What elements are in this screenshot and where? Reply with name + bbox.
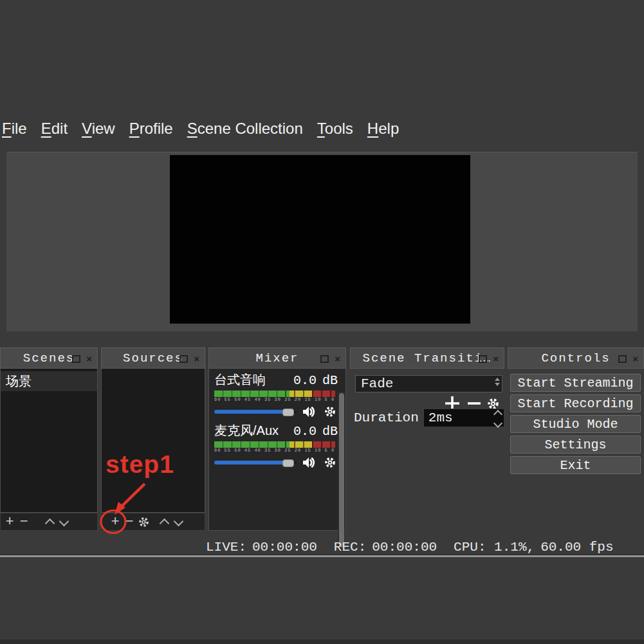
menu-scene-collection[interactable]: Scene Collection <box>187 120 310 138</box>
duration-row: Duration 2ms <box>354 409 504 427</box>
chevron-down-icon <box>495 383 500 386</box>
gear-icon <box>138 517 149 528</box>
gear-icon[interactable] <box>324 406 336 418</box>
source-properties-button[interactable] <box>136 514 151 529</box>
transition-properties-button[interactable] <box>487 398 499 410</box>
move-source-down-button[interactable] <box>171 514 185 529</box>
chevron-up-icon <box>44 518 55 528</box>
mixer-body: 台式音响 0.0 dB 60 55 50 45 40 35 30 25 20 1… <box>208 369 346 531</box>
duration-spinbox[interactable]: 2ms <box>423 409 504 427</box>
menu-profile[interactable]: Profile <box>129 120 180 138</box>
float-icon[interactable] <box>179 355 188 363</box>
menu-tools[interactable]: Tools <box>317 120 360 138</box>
float-icon[interactable] <box>479 355 487 363</box>
chevron-up-icon <box>159 518 169 528</box>
remove-scene-button[interactable]: − <box>17 514 31 529</box>
float-icon[interactable] <box>320 355 329 363</box>
meter-tick-labels: 60 55 50 45 40 35 30 25 20 15 10 5 0 <box>214 397 335 403</box>
close-icon[interactable]: × <box>493 354 500 363</box>
rec-label: REC: <box>334 540 366 555</box>
fps-value: 60.00 fps <box>540 540 613 555</box>
channel-volume-db: 0.0 <box>293 373 317 388</box>
add-scene-button[interactable]: + <box>3 514 17 529</box>
duration-label: Duration <box>354 410 419 425</box>
exit-button[interactable]: Exit <box>510 456 641 474</box>
start-recording-button[interactable]: Start Recording <box>510 394 641 412</box>
menu-help[interactable]: Help <box>367 120 406 138</box>
menu-file[interactable]: File <box>2 120 34 138</box>
chevron-down-icon <box>173 516 183 526</box>
mixer-channel: 麦克风/Aux 0.0 dB 60 55 50 45 40 35 30 25 2… <box>214 422 338 471</box>
add-source-button[interactable]: + <box>108 514 122 529</box>
sources-panel: Sources × + − <box>101 347 205 531</box>
slider-handle[interactable] <box>282 409 294 416</box>
transition-select[interactable]: Fade <box>355 375 502 392</box>
mixer-titlebar[interactable]: Mixer × <box>208 347 346 369</box>
obs-window: File Edit View Profile Scene Collection … <box>0 0 644 644</box>
move-scene-down-button[interactable] <box>57 514 71 529</box>
divider <box>0 555 644 557</box>
live-time: 00:00:00 <box>252 540 317 555</box>
float-icon[interactable] <box>618 355 627 363</box>
sources-toolbar: + − <box>101 513 205 531</box>
controls-titlebar[interactable]: Controls × <box>508 347 644 369</box>
menu-view[interactable]: View <box>82 120 122 138</box>
mixer-channel: 台式音响 0.0 dB 60 55 50 45 40 35 30 25 20 1… <box>214 371 338 420</box>
close-icon[interactable]: × <box>194 354 201 363</box>
window-bottom-edge <box>0 639 644 644</box>
volume-slider[interactable] <box>214 409 297 415</box>
speaker-icon[interactable] <box>302 457 315 468</box>
move-source-up-button[interactable] <box>157 514 171 529</box>
remove-source-button[interactable]: − <box>122 514 136 529</box>
settings-button[interactable]: Settings <box>510 436 641 454</box>
transitions-panel: Scene Transiti… × Fade <box>350 347 504 531</box>
mixer-title: Mixer <box>255 351 299 365</box>
scenes-title: Scenes <box>23 351 75 365</box>
rec-time: 00:00:00 <box>372 540 437 555</box>
slider-handle[interactable] <box>282 459 294 467</box>
channel-name: 麦克风/Aux <box>214 422 291 439</box>
controls-panel: Controls × Start Streaming Start Recordi… <box>508 347 644 531</box>
float-icon[interactable] <box>72 355 80 363</box>
volume-slider[interactable] <box>214 459 297 466</box>
scenes-titlebar[interactable]: Scenes × <box>0 347 98 369</box>
controls-title: Controls <box>541 351 610 365</box>
channel-volume-unit: dB <box>322 424 338 439</box>
menu-edit[interactable]: Edit <box>41 120 75 138</box>
video-canvas[interactable] <box>170 155 470 324</box>
channel-volume-db: 0.0 <box>293 424 317 439</box>
close-icon[interactable]: × <box>335 354 342 363</box>
cpu-usage: CPU: 1.1%, <box>454 540 535 555</box>
chevron-up-icon[interactable] <box>493 410 502 419</box>
transitions-title: Scene Transiti… <box>362 351 492 365</box>
volume-meter <box>214 441 335 448</box>
sources-titlebar[interactable]: Sources × <box>101 347 205 369</box>
volume-meter <box>214 391 335 397</box>
chevron-down-icon <box>59 516 69 526</box>
gear-icon[interactable] <box>324 457 336 468</box>
combo-arrows <box>495 378 500 386</box>
transitions-titlebar[interactable]: Scene Transiti… × <box>350 347 504 369</box>
channel-name: 台式音响 <box>214 371 291 389</box>
transition-selected-value: Fade <box>361 376 393 391</box>
chevron-down-icon[interactable] <box>493 419 502 428</box>
studio-mode-button[interactable]: Studio Mode <box>510 415 641 433</box>
channel-volume-unit: dB <box>322 373 338 388</box>
move-scene-up-button[interactable] <box>42 514 57 529</box>
status-bar: LIVE: 00:00:00 REC: 00:00:00 CPU: 1.1%, … <box>206 538 620 555</box>
chevron-up-icon <box>495 378 500 381</box>
menu-bar: File Edit View Profile Scene Collection … <box>0 118 644 140</box>
start-streaming-button[interactable]: Start Streaming <box>510 374 641 392</box>
duration-spin-buttons <box>493 410 503 428</box>
close-icon[interactable]: × <box>632 354 639 363</box>
mixer-scrollbar[interactable] <box>339 393 344 547</box>
close-icon[interactable]: × <box>86 354 93 363</box>
sources-list <box>101 369 205 513</box>
speaker-icon[interactable] <box>302 406 315 418</box>
live-label: LIVE: <box>206 540 246 555</box>
step1-annotation-text: step1 <box>106 450 174 479</box>
scene-list-item[interactable]: 场景 <box>1 371 97 391</box>
mixer-panel: Mixer × 台式音响 0.0 dB 60 55 50 45 40 35 30… <box>208 347 346 531</box>
duration-value: 2ms <box>428 410 453 425</box>
scenes-panel: Scenes × 场景 + − <box>0 347 98 531</box>
